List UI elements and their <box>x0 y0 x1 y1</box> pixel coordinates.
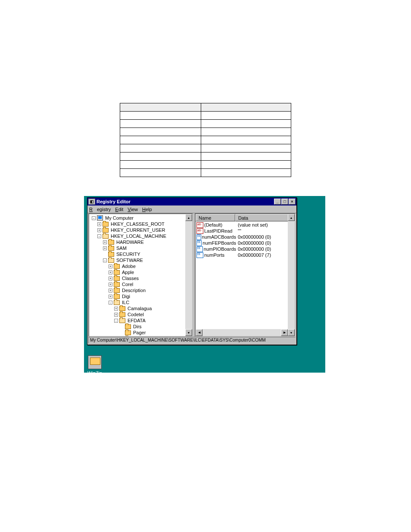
col-data[interactable]: Data <box>235 214 295 221</box>
tree-node-label: SOFTWARE <box>116 257 143 263</box>
binary-value-icon <box>196 246 203 252</box>
tree-node[interactable]: +Camalagua <box>90 305 192 311</box>
menu-edit[interactable]: Edit <box>115 207 123 212</box>
scroll-up-icon[interactable]: ▲ <box>185 214 192 221</box>
tree-node[interactable]: +SAM <box>90 245 192 251</box>
expand-icon[interactable]: + <box>103 240 107 244</box>
tree-node[interactable]: +HARDWARE <box>90 239 192 245</box>
scroll-up-icon[interactable]: ▲ <box>288 214 295 221</box>
tree-node[interactable]: SECURITY <box>90 251 192 257</box>
statusbar: My Computer\HKEY_LOCAL_MACHINE\SOFTWARE\… <box>88 337 296 344</box>
expand-icon[interactable]: + <box>114 307 118 311</box>
expand-icon[interactable]: + <box>103 246 107 250</box>
tree-node[interactable]: +Digi <box>90 293 192 299</box>
desktop-icon-winzip[interactable]: WinZip <box>86 355 103 376</box>
tree-node-label: Dirs <box>133 324 142 330</box>
titlebar[interactable]: ◧ Registry Editor _ □ × <box>87 198 296 205</box>
tree-node[interactable]: +HKEY_CURRENT_USER <box>90 227 192 233</box>
expand-icon[interactable]: + <box>109 289 112 292</box>
tree-node[interactable]: +Apple <box>90 269 192 275</box>
tree-node[interactable]: Pager <box>90 330 192 336</box>
folder-closed-icon <box>114 276 121 281</box>
scroll-left-icon[interactable]: ◀ <box>196 329 202 336</box>
list-pane[interactable]: Name Data (Default)(value not set)LastPI… <box>195 213 296 337</box>
value-data: (value not set) <box>236 222 295 227</box>
tree-node-label: Description <box>122 287 146 293</box>
tree-node[interactable]: Parameters <box>90 336 192 336</box>
minimize-button[interactable]: _ <box>274 199 281 205</box>
tree-node[interactable]: -My Computer <box>90 215 192 221</box>
expand-icon[interactable]: + <box>109 283 112 286</box>
folder-closed-icon <box>103 221 109 227</box>
collapse-icon[interactable]: - <box>109 301 112 305</box>
collapse-icon[interactable]: - <box>103 258 107 262</box>
registry-editor-window: ◧ Registry Editor _ □ × Registry Edit Vi… <box>87 197 297 345</box>
expand-icon[interactable]: + <box>109 295 112 299</box>
blank-table <box>120 103 291 177</box>
collapse-icon[interactable]: - <box>92 216 96 220</box>
list-row[interactable]: (Default)(value not set) <box>196 222 295 228</box>
tree-node[interactable]: -ILC <box>90 299 192 305</box>
tree-node-label: Apple <box>122 269 134 275</box>
value-data: 0x00000000 (0) <box>236 234 295 240</box>
list-row[interactable]: LastPIDRead"" <box>196 228 295 234</box>
tree-pane[interactable]: -My Computer+HKEY_CLASSES_ROOT+HKEY_CURR… <box>88 213 193 337</box>
folder-closed-icon <box>114 282 121 287</box>
tree-node-label: Codetel <box>128 311 144 317</box>
expand-icon[interactable]: + <box>97 222 101 226</box>
desktop: ◧ Registry Editor _ □ × Registry Edit Vi… <box>84 196 325 373</box>
expand-icon[interactable]: + <box>109 277 112 280</box>
list-header[interactable]: Name Data <box>196 214 295 221</box>
expand-icon[interactable]: + <box>114 313 118 317</box>
value-data: 0x00000007 (7) <box>236 252 295 258</box>
tree-node-label: HARDWARE <box>116 239 144 245</box>
tree-node[interactable]: +Adobe <box>90 263 192 269</box>
menu-registry[interactable]: Registry <box>89 207 111 212</box>
winzip-icon <box>88 355 102 369</box>
expand-icon[interactable]: + <box>97 228 101 232</box>
collapse-icon[interactable]: - <box>97 234 101 238</box>
folder-closed-icon <box>119 312 126 317</box>
tree-node[interactable]: -SOFTWARE <box>90 257 192 263</box>
tree-node[interactable]: +Codetel <box>90 311 192 317</box>
tree-node[interactable]: -EFDATA <box>90 317 192 324</box>
collapse-icon[interactable]: - <box>114 319 118 323</box>
scroll-right-icon[interactable]: ▶ <box>281 329 288 336</box>
expand-icon[interactable]: + <box>109 264 112 268</box>
folder-closed-icon <box>114 288 121 293</box>
tree-node[interactable]: +Classes <box>90 275 192 281</box>
folder-closed-icon <box>114 264 121 269</box>
expand-icon[interactable]: + <box>109 271 112 274</box>
list-row[interactable]: numPIOBoards0x00000000 (0) <box>196 246 295 252</box>
menu-view[interactable]: View <box>128 207 138 212</box>
maximize-button[interactable]: □ <box>281 199 288 205</box>
list-hscrollbar[interactable]: ◀ ▶ <box>196 329 288 336</box>
list-row[interactable]: numPorts0x00000007 (7) <box>196 252 295 258</box>
folder-closed-icon <box>125 324 132 330</box>
value-name: numPIOBoards <box>204 246 236 252</box>
tree-vscrollbar[interactable]: ▲ ▼ <box>185 214 192 336</box>
tree-node-label: Classes <box>122 275 139 281</box>
col-name[interactable]: Name <box>196 214 235 221</box>
tree-node-label: Pager <box>133 330 146 336</box>
scroll-down-icon[interactable]: ▼ <box>288 329 295 336</box>
tree-node[interactable]: +HKEY_CLASSES_ROOT <box>90 221 192 227</box>
binary-value-icon <box>196 234 201 240</box>
tree-node[interactable]: +Description <box>90 287 192 293</box>
menu-help[interactable]: Help <box>142 207 152 212</box>
scroll-down-icon[interactable]: ▼ <box>185 329 192 336</box>
tree-node[interactable]: -HKEY_LOCAL_MACHINE <box>90 233 192 239</box>
string-value-icon <box>196 222 203 228</box>
string-value-icon <box>196 228 203 234</box>
list-row[interactable]: numADCBoards0x00000000 (0) <box>196 234 295 240</box>
list-row[interactable]: numFEPBoards0x00000000 (0) <box>196 240 295 246</box>
system-menu-icon[interactable]: ◧ <box>88 199 95 205</box>
list-vscrollbar[interactable]: ▲ ▼ <box>288 214 295 336</box>
value-name: LastPIDRead <box>204 228 232 233</box>
tree-node[interactable]: Dirs <box>90 324 192 330</box>
tree-node[interactable]: +Corel <box>90 281 192 287</box>
close-button[interactable]: × <box>289 199 296 205</box>
folder-closed-icon <box>119 306 126 311</box>
folder-open-icon <box>108 258 115 263</box>
menubar: Registry Edit View Help <box>87 205 296 213</box>
